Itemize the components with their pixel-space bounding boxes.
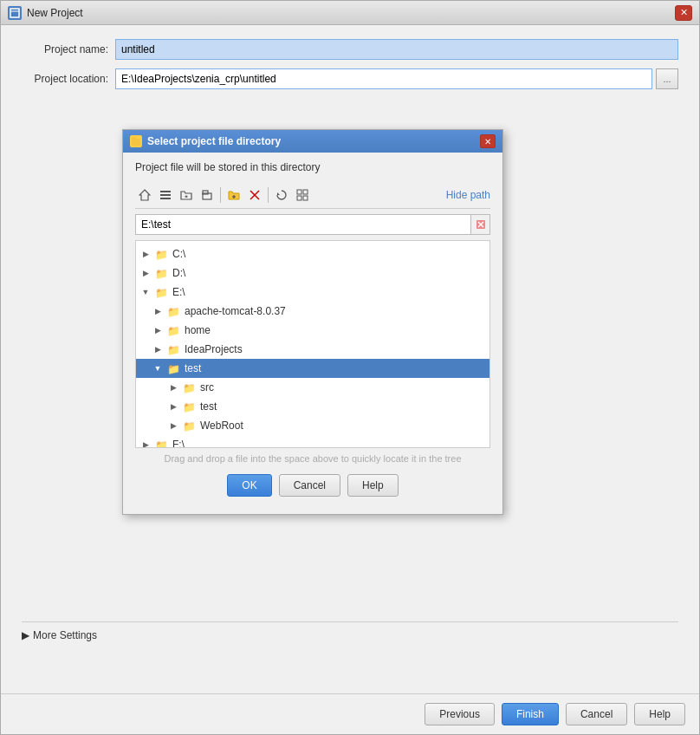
more-settings-divider: ▶ More Settings <box>22 621 678 641</box>
file-tree[interactable]: ▶ 📁 C:\ ▶ 📁 D:\ ▼ 📁 <box>135 240 490 448</box>
tree-label-src: src <box>200 381 214 394</box>
toggle-arrow-src: ▶ <box>167 381 179 394</box>
settings-toolbar-button[interactable] <box>293 185 312 205</box>
svg-rect-6 <box>160 194 171 196</box>
tree-item-e[interactable]: ▼ 📁 E:\ <box>136 283 489 302</box>
modal-buttons: OK Cancel Help <box>135 467 490 505</box>
help-bottom-button[interactable]: Help <box>634 703 685 725</box>
dialog-description: Project file will be stored in this dire… <box>135 161 490 173</box>
collapse-toolbar-button[interactable] <box>198 185 217 205</box>
cancel-bottom-button[interactable]: Cancel <box>566 703 627 725</box>
project-location-input[interactable] <box>115 68 652 89</box>
more-settings-arrow: ▶ <box>22 629 29 641</box>
delete-toolbar-button[interactable] <box>245 185 264 205</box>
list-toolbar-button[interactable] <box>156 185 175 205</box>
tree-label-test: test <box>185 362 201 374</box>
project-location-row: Project location: ... <box>22 68 678 89</box>
home-toolbar-button[interactable] <box>135 185 154 205</box>
inner-titlebar-left: Select project file directory <box>130 135 281 147</box>
tree-item-d[interactable]: ▶ 📁 D:\ <box>136 263 489 283</box>
tree-label-f: F:\ <box>172 439 185 448</box>
new-folder-toolbar-button[interactable] <box>177 185 196 205</box>
path-row <box>135 214 490 235</box>
project-name-label: Project name: <box>22 43 108 55</box>
folder-icon-d: 📁 <box>155 268 169 278</box>
inner-window: Select project file directory ✕ Project … <box>122 129 503 515</box>
more-settings-container: ▶ More Settings <box>1 621 699 641</box>
dialog-close-button[interactable]: ✕ <box>480 134 496 148</box>
folder-icon-test2: 📁 <box>183 401 197 412</box>
outer-titlebar-left: New Project <box>8 6 83 20</box>
outer-window: New Project ✕ Project name: Project loca… <box>0 0 700 735</box>
outer-titlebar: New Project ✕ <box>1 1 699 25</box>
project-location-label: Project location: <box>22 73 108 85</box>
path-input[interactable] <box>135 214 471 235</box>
hide-path-link[interactable]: Hide path <box>446 189 490 201</box>
dialog-icon <box>130 135 142 147</box>
svg-rect-7 <box>160 198 171 199</box>
window-title: New Project <box>27 7 83 19</box>
toggle-arrow-f: ▶ <box>139 439 152 448</box>
tree-item-test2[interactable]: ▶ 📁 test <box>136 397 489 416</box>
bottom-bar: Previous Finish Cancel Help <box>1 693 699 734</box>
toggle-arrow-test: ▼ <box>152 362 164 374</box>
drag-hint: Drag and drop a file into the space abov… <box>135 448 490 467</box>
svg-rect-3 <box>132 137 136 140</box>
file-toolbar: Hide path <box>135 182 490 209</box>
toggle-arrow-home: ▶ <box>152 324 164 336</box>
project-name-input[interactable] <box>115 39 678 60</box>
cancel-modal-button[interactable]: Cancel <box>279 474 340 497</box>
project-location-input-row: ... <box>115 68 678 89</box>
help-modal-button[interactable]: Help <box>347 474 399 497</box>
file-directory-dialog: Select project file directory ✕ Project … <box>122 129 503 515</box>
close-button[interactable]: ✕ <box>675 5 692 21</box>
inner-content: Project file will be stored in this dire… <box>123 153 502 514</box>
tree-item-home[interactable]: ▶ 📁 home <box>136 321 489 340</box>
new-folder2-toolbar-button[interactable] <box>224 185 243 205</box>
folder-icon-test: 📁 <box>167 363 181 374</box>
tree-label-home: home <box>185 324 211 336</box>
inner-titlebar: Select project file directory ✕ <box>123 130 502 153</box>
more-settings-link[interactable]: ▶ More Settings <box>22 629 678 641</box>
toggle-arrow-webroot: ▶ <box>167 420 179 432</box>
path-clear-button[interactable] <box>471 214 490 235</box>
tree-label-c: C:\ <box>172 248 185 260</box>
tree-item-apache[interactable]: ▶ 📁 apache-tomcat-8.0.37 <box>136 302 489 321</box>
tree-label-webroot: WebRoot <box>200 420 243 432</box>
tree-item-ideaprojects[interactable]: ▶ 📁 IdeaProjects <box>136 340 489 359</box>
folder-icon-f: 📁 <box>155 439 169 448</box>
folder-icon-home: 📁 <box>167 325 181 335</box>
svg-rect-18 <box>303 190 308 194</box>
outer-content: Project name: Project location: ... <box>1 25 699 693</box>
svg-rect-20 <box>303 196 308 200</box>
toggle-arrow-apache: ▶ <box>152 305 164 317</box>
svg-rect-17 <box>297 190 301 194</box>
tree-item-webroot[interactable]: ▶ 📁 WebRoot <box>136 416 489 435</box>
refresh-toolbar-button[interactable] <box>272 185 291 205</box>
finish-button[interactable]: Finish <box>502 703 559 725</box>
svg-rect-5 <box>160 191 171 192</box>
svg-rect-0 <box>10 9 19 17</box>
toolbar-separator-2 <box>268 187 269 203</box>
app-icon <box>8 6 22 20</box>
tree-label-d: D:\ <box>172 267 185 279</box>
tree-item-src[interactable]: ▶ 📁 src <box>136 378 489 397</box>
toggle-arrow-test2: ▶ <box>167 400 179 413</box>
tree-item-test[interactable]: ▼ 📁 test <box>136 359 489 378</box>
folder-icon-webroot: 📁 <box>183 420 197 431</box>
folder-icon-src: 📁 <box>183 382 197 393</box>
svg-marker-4 <box>139 190 150 200</box>
folder-icon-apache: 📁 <box>167 306 181 316</box>
more-settings-label: More Settings <box>33 629 97 641</box>
ok-button[interactable]: OK <box>227 474 271 497</box>
tree-item-c[interactable]: ▶ 📁 C:\ <box>136 244 489 263</box>
project-name-row: Project name: <box>22 39 678 60</box>
tree-item-f[interactable]: ▶ 📁 F:\ <box>136 435 489 448</box>
toggle-arrow-c: ▶ <box>139 248 152 260</box>
tree-label-test2: test <box>200 400 217 413</box>
browse-button[interactable]: ... <box>656 68 678 89</box>
toggle-arrow-e: ▼ <box>139 286 152 298</box>
svg-rect-19 <box>297 196 301 200</box>
toggle-arrow-ideaprojects: ▶ <box>152 343 164 355</box>
previous-button[interactable]: Previous <box>425 703 495 725</box>
